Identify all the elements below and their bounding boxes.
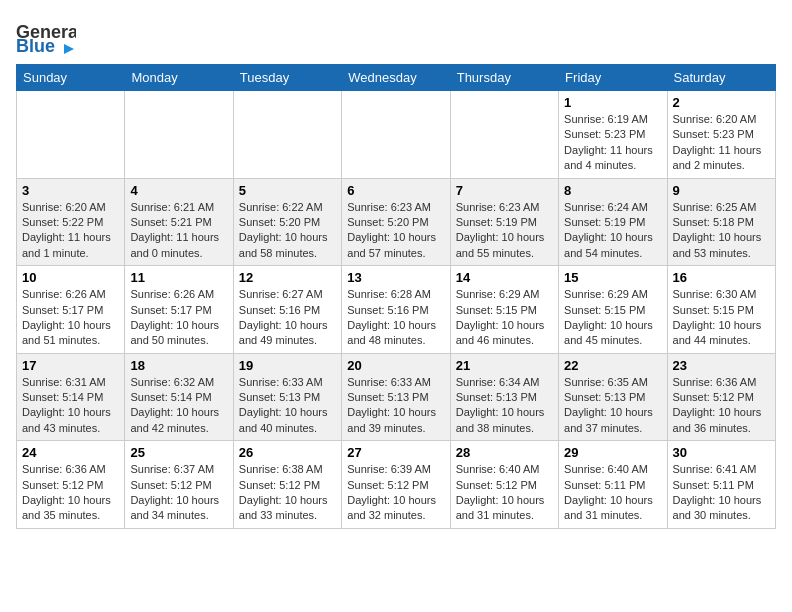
day-info: Sunrise: 6:20 AM Sunset: 5:22 PM Dayligh…	[22, 200, 119, 262]
col-header-tuesday: Tuesday	[233, 65, 341, 91]
day-info: Sunrise: 6:40 AM Sunset: 5:12 PM Dayligh…	[456, 462, 553, 524]
day-info: Sunrise: 6:33 AM Sunset: 5:13 PM Dayligh…	[239, 375, 336, 437]
day-number: 17	[22, 358, 119, 373]
col-header-saturday: Saturday	[667, 65, 775, 91]
col-header-friday: Friday	[559, 65, 667, 91]
calendar-cell: 29Sunrise: 6:40 AM Sunset: 5:11 PM Dayli…	[559, 441, 667, 529]
day-info: Sunrise: 6:41 AM Sunset: 5:11 PM Dayligh…	[673, 462, 770, 524]
logo-icon: General Blue	[16, 16, 76, 56]
calendar-cell: 19Sunrise: 6:33 AM Sunset: 5:13 PM Dayli…	[233, 353, 341, 441]
day-number: 10	[22, 270, 119, 285]
day-info: Sunrise: 6:32 AM Sunset: 5:14 PM Dayligh…	[130, 375, 227, 437]
day-info: Sunrise: 6:31 AM Sunset: 5:14 PM Dayligh…	[22, 375, 119, 437]
col-header-wednesday: Wednesday	[342, 65, 450, 91]
day-number: 8	[564, 183, 661, 198]
calendar-cell	[450, 91, 558, 179]
day-info: Sunrise: 6:39 AM Sunset: 5:12 PM Dayligh…	[347, 462, 444, 524]
calendar-cell: 22Sunrise: 6:35 AM Sunset: 5:13 PM Dayli…	[559, 353, 667, 441]
day-number: 7	[456, 183, 553, 198]
day-info: Sunrise: 6:29 AM Sunset: 5:15 PM Dayligh…	[456, 287, 553, 349]
day-info: Sunrise: 6:26 AM Sunset: 5:17 PM Dayligh…	[22, 287, 119, 349]
day-number: 19	[239, 358, 336, 373]
svg-marker-2	[64, 44, 74, 54]
calendar-cell: 20Sunrise: 6:33 AM Sunset: 5:13 PM Dayli…	[342, 353, 450, 441]
day-number: 15	[564, 270, 661, 285]
calendar-cell: 21Sunrise: 6:34 AM Sunset: 5:13 PM Dayli…	[450, 353, 558, 441]
day-number: 6	[347, 183, 444, 198]
calendar-cell: 6Sunrise: 6:23 AM Sunset: 5:20 PM Daylig…	[342, 178, 450, 266]
col-header-sunday: Sunday	[17, 65, 125, 91]
calendar-cell	[233, 91, 341, 179]
calendar-cell: 3Sunrise: 6:20 AM Sunset: 5:22 PM Daylig…	[17, 178, 125, 266]
day-info: Sunrise: 6:34 AM Sunset: 5:13 PM Dayligh…	[456, 375, 553, 437]
calendar: SundayMondayTuesdayWednesdayThursdayFrid…	[16, 64, 776, 529]
day-number: 3	[22, 183, 119, 198]
day-number: 27	[347, 445, 444, 460]
day-number: 29	[564, 445, 661, 460]
calendar-cell	[17, 91, 125, 179]
day-number: 21	[456, 358, 553, 373]
day-number: 30	[673, 445, 770, 460]
day-number: 14	[456, 270, 553, 285]
day-info: Sunrise: 6:22 AM Sunset: 5:20 PM Dayligh…	[239, 200, 336, 262]
day-info: Sunrise: 6:23 AM Sunset: 5:20 PM Dayligh…	[347, 200, 444, 262]
day-info: Sunrise: 6:20 AM Sunset: 5:23 PM Dayligh…	[673, 112, 770, 174]
calendar-cell	[125, 91, 233, 179]
day-info: Sunrise: 6:27 AM Sunset: 5:16 PM Dayligh…	[239, 287, 336, 349]
calendar-cell: 30Sunrise: 6:41 AM Sunset: 5:11 PM Dayli…	[667, 441, 775, 529]
day-info: Sunrise: 6:37 AM Sunset: 5:12 PM Dayligh…	[130, 462, 227, 524]
col-header-thursday: Thursday	[450, 65, 558, 91]
day-number: 9	[673, 183, 770, 198]
logo: General Blue	[16, 16, 76, 56]
svg-text:Blue: Blue	[16, 36, 55, 56]
header: General Blue	[16, 16, 776, 56]
day-number: 28	[456, 445, 553, 460]
calendar-cell: 11Sunrise: 6:26 AM Sunset: 5:17 PM Dayli…	[125, 266, 233, 354]
day-number: 11	[130, 270, 227, 285]
calendar-cell: 18Sunrise: 6:32 AM Sunset: 5:14 PM Dayli…	[125, 353, 233, 441]
day-info: Sunrise: 6:36 AM Sunset: 5:12 PM Dayligh…	[673, 375, 770, 437]
calendar-cell: 23Sunrise: 6:36 AM Sunset: 5:12 PM Dayli…	[667, 353, 775, 441]
day-number: 4	[130, 183, 227, 198]
day-info: Sunrise: 6:19 AM Sunset: 5:23 PM Dayligh…	[564, 112, 661, 174]
calendar-cell: 26Sunrise: 6:38 AM Sunset: 5:12 PM Dayli…	[233, 441, 341, 529]
calendar-cell: 25Sunrise: 6:37 AM Sunset: 5:12 PM Dayli…	[125, 441, 233, 529]
day-number: 13	[347, 270, 444, 285]
day-number: 25	[130, 445, 227, 460]
calendar-cell: 24Sunrise: 6:36 AM Sunset: 5:12 PM Dayli…	[17, 441, 125, 529]
day-info: Sunrise: 6:25 AM Sunset: 5:18 PM Dayligh…	[673, 200, 770, 262]
col-header-monday: Monday	[125, 65, 233, 91]
calendar-cell: 8Sunrise: 6:24 AM Sunset: 5:19 PM Daylig…	[559, 178, 667, 266]
day-number: 26	[239, 445, 336, 460]
calendar-cell: 15Sunrise: 6:29 AM Sunset: 5:15 PM Dayli…	[559, 266, 667, 354]
day-number: 1	[564, 95, 661, 110]
day-info: Sunrise: 6:29 AM Sunset: 5:15 PM Dayligh…	[564, 287, 661, 349]
day-info: Sunrise: 6:35 AM Sunset: 5:13 PM Dayligh…	[564, 375, 661, 437]
day-number: 2	[673, 95, 770, 110]
calendar-cell: 28Sunrise: 6:40 AM Sunset: 5:12 PM Dayli…	[450, 441, 558, 529]
day-number: 12	[239, 270, 336, 285]
calendar-cell: 4Sunrise: 6:21 AM Sunset: 5:21 PM Daylig…	[125, 178, 233, 266]
calendar-cell: 2Sunrise: 6:20 AM Sunset: 5:23 PM Daylig…	[667, 91, 775, 179]
day-number: 16	[673, 270, 770, 285]
day-info: Sunrise: 6:23 AM Sunset: 5:19 PM Dayligh…	[456, 200, 553, 262]
calendar-cell: 5Sunrise: 6:22 AM Sunset: 5:20 PM Daylig…	[233, 178, 341, 266]
calendar-cell: 14Sunrise: 6:29 AM Sunset: 5:15 PM Dayli…	[450, 266, 558, 354]
day-info: Sunrise: 6:36 AM Sunset: 5:12 PM Dayligh…	[22, 462, 119, 524]
day-info: Sunrise: 6:28 AM Sunset: 5:16 PM Dayligh…	[347, 287, 444, 349]
day-info: Sunrise: 6:26 AM Sunset: 5:17 PM Dayligh…	[130, 287, 227, 349]
calendar-cell: 10Sunrise: 6:26 AM Sunset: 5:17 PM Dayli…	[17, 266, 125, 354]
calendar-cell: 13Sunrise: 6:28 AM Sunset: 5:16 PM Dayli…	[342, 266, 450, 354]
day-info: Sunrise: 6:33 AM Sunset: 5:13 PM Dayligh…	[347, 375, 444, 437]
calendar-cell: 27Sunrise: 6:39 AM Sunset: 5:12 PM Dayli…	[342, 441, 450, 529]
calendar-cell: 7Sunrise: 6:23 AM Sunset: 5:19 PM Daylig…	[450, 178, 558, 266]
calendar-cell	[342, 91, 450, 179]
day-number: 20	[347, 358, 444, 373]
calendar-cell: 16Sunrise: 6:30 AM Sunset: 5:15 PM Dayli…	[667, 266, 775, 354]
day-number: 18	[130, 358, 227, 373]
day-info: Sunrise: 6:21 AM Sunset: 5:21 PM Dayligh…	[130, 200, 227, 262]
day-info: Sunrise: 6:38 AM Sunset: 5:12 PM Dayligh…	[239, 462, 336, 524]
day-number: 5	[239, 183, 336, 198]
day-info: Sunrise: 6:24 AM Sunset: 5:19 PM Dayligh…	[564, 200, 661, 262]
calendar-cell: 1Sunrise: 6:19 AM Sunset: 5:23 PM Daylig…	[559, 91, 667, 179]
